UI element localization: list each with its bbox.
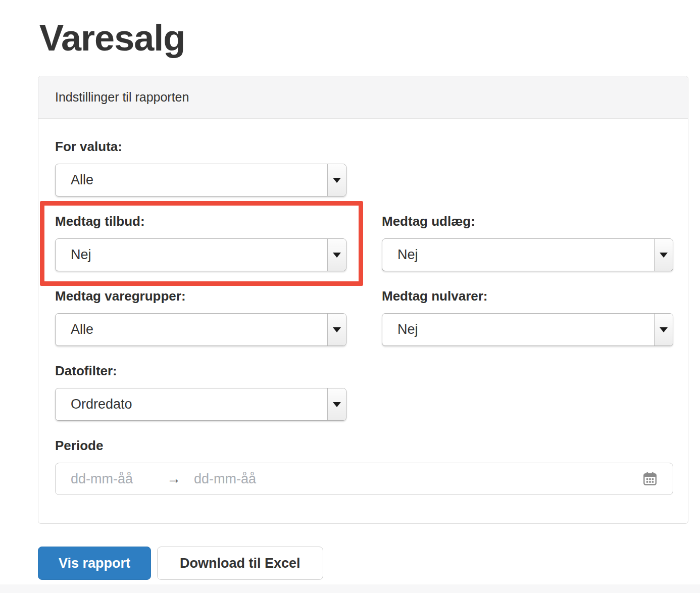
settings-grid: For valuta: Alle Medtag tilbud: Nej (55, 139, 671, 510)
medtag-tilbud-value: Nej (56, 239, 327, 271)
for-valuta-label: For valuta: (55, 139, 346, 155)
calendar-icon[interactable] (641, 470, 659, 487)
panel-header: Indstillinger til rapporten (38, 76, 688, 119)
periode-date-range[interactable]: → (55, 463, 673, 495)
actions-bar: Vis rapport Download til Excel (38, 547, 700, 580)
grid-spacer (382, 139, 673, 214)
medtag-tilbud-select[interactable]: Nej (55, 238, 346, 271)
field-medtag-nulvarer: Medtag nulvarer: Nej (382, 288, 673, 346)
vis-rapport-button[interactable]: Vis rapport (38, 547, 151, 580)
field-for-valuta: For valuta: Alle (55, 139, 346, 196)
medtag-nulvarer-value: Nej (382, 314, 654, 345)
for-valuta-value: Alle (56, 164, 327, 196)
medtag-udlaeg-select[interactable]: Nej (382, 238, 673, 271)
report-settings-panel: Indstillinger til rapporten For valuta: … (38, 76, 688, 524)
medtag-udlaeg-label: Medtag udlæg: (382, 214, 673, 229)
periode-label: Periode (55, 438, 673, 454)
datofilter-select[interactable]: Ordredato (55, 388, 346, 421)
caret-down-icon (327, 164, 346, 196)
medtag-nulvarer-select[interactable]: Nej (382, 313, 673, 346)
medtag-varegrupper-label: Medtag varegrupper: (55, 288, 346, 304)
field-medtag-udlaeg: Medtag udlæg: Nej (382, 214, 673, 271)
page-title: Varesalg (39, 17, 700, 59)
page: Varesalg Indstillinger til rapporten For… (0, 0, 700, 580)
medtag-udlaeg-value: Nej (382, 239, 654, 271)
grid-spacer (382, 363, 673, 438)
caret-down-icon (327, 314, 346, 345)
datofilter-value: Ordredato (56, 388, 327, 420)
footer-band (0, 584, 700, 593)
medtag-nulvarer-label: Medtag nulvarer: (382, 288, 673, 304)
periode-start-input[interactable] (71, 471, 167, 487)
field-medtag-varegrupper: Medtag varegrupper: Alle (55, 288, 346, 346)
download-excel-button[interactable]: Download til Excel (157, 547, 323, 580)
caret-down-icon (654, 314, 673, 345)
field-medtag-tilbud-highlighted: Medtag tilbud: Nej (40, 201, 363, 286)
for-valuta-select[interactable]: Alle (55, 164, 346, 196)
caret-down-icon (654, 239, 673, 271)
medtag-varegrupper-select[interactable]: Alle (55, 313, 346, 346)
caret-down-icon (327, 388, 346, 420)
medtag-varegrupper-value: Alle (56, 314, 327, 345)
field-datofilter: Datofilter: Ordredato (55, 363, 346, 421)
medtag-tilbud-label: Medtag tilbud: (55, 214, 346, 229)
field-periode: Periode → (55, 438, 673, 495)
range-arrow-icon: → (167, 471, 181, 487)
caret-down-icon (327, 239, 346, 271)
panel-body: For valuta: Alle Medtag tilbud: Nej (38, 119, 688, 523)
datofilter-label: Datofilter: (55, 363, 346, 379)
periode-end-input[interactable] (194, 471, 290, 487)
